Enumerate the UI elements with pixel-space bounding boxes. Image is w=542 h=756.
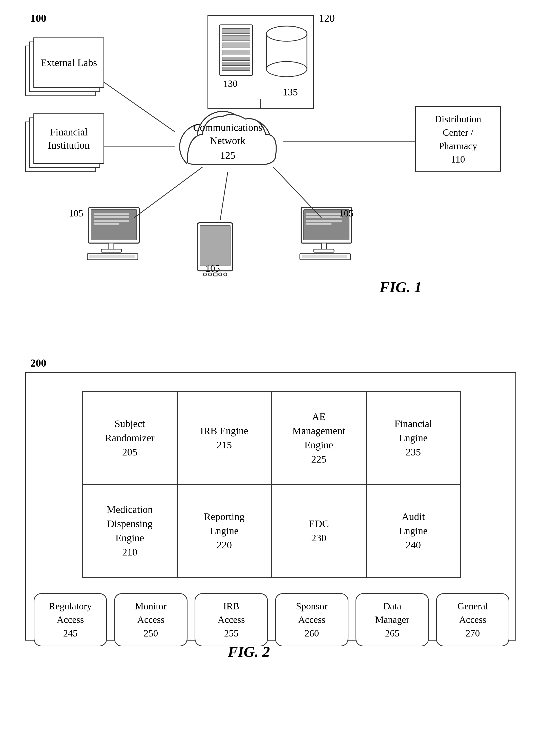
access-box-data-manager: DataManager265	[355, 593, 429, 646]
svg-rect-38	[306, 216, 341, 218]
fig1-number: 100	[30, 12, 46, 24]
fig2-caption: FIG. 2	[228, 643, 270, 661]
server-tower-icon	[219, 24, 256, 79]
svg-point-11	[267, 26, 307, 41]
svg-rect-7	[222, 67, 250, 71]
engine-cell-6: EDC230	[271, 484, 366, 577]
engine-cell-3: FinancialEngine235	[366, 391, 461, 484]
svg-rect-20	[94, 213, 129, 215]
comm-net-label: CommunicationsNetwork 125	[177, 121, 278, 162]
access-box-irb: IRBAccess255	[195, 593, 268, 646]
svg-rect-22	[94, 220, 129, 222]
svg-rect-37	[306, 213, 341, 215]
fig1-diagram: 100	[0, 0, 542, 349]
svg-rect-24	[109, 243, 114, 249]
svg-rect-3	[222, 43, 250, 48]
svg-rect-6	[222, 62, 250, 66]
svg-rect-39	[306, 220, 341, 222]
computer-icon-left	[84, 205, 149, 261]
svg-rect-25	[101, 249, 122, 252]
database-icon	[264, 24, 309, 79]
svg-rect-29	[200, 225, 230, 266]
svg-rect-2	[222, 36, 250, 41]
server-box: 135	[208, 15, 314, 109]
engine-cell-7: AuditEngine240	[366, 484, 461, 577]
svg-rect-23	[94, 223, 119, 225]
engine-grid: SubjectRandomizer205 IRB Engine215 AEMan…	[82, 391, 461, 578]
engine-cell-4: MedicationDispensingEngine210	[83, 484, 177, 577]
fig2-number: 200	[30, 357, 46, 369]
engine-cell-1: IRB Engine215	[177, 391, 272, 484]
svg-rect-5	[222, 57, 250, 61]
terminal-label-center: 105	[206, 263, 220, 274]
computer-terminal-left	[84, 205, 149, 262]
access-box-general: GeneralAccess270	[436, 593, 509, 646]
main-system-box: SubjectRandomizer205 IRB Engine215 AEMan…	[25, 372, 516, 641]
svg-rect-42	[314, 249, 334, 252]
access-modules-row: RegulatoryAccess245 MonitorAccess250 IRB…	[34, 593, 509, 646]
access-box-sponsor: SponsorAccess260	[275, 593, 348, 646]
db-label: 135	[282, 86, 298, 98]
svg-line-46	[99, 78, 175, 132]
access-box-monitor: MonitorAccess250	[114, 593, 188, 646]
svg-rect-41	[321, 243, 326, 249]
engine-cell-5: ReportingEngine220	[177, 484, 272, 577]
ext-labs-name: External Labs	[41, 56, 97, 69]
svg-point-10	[267, 62, 307, 77]
svg-rect-21	[94, 216, 129, 218]
engine-cell-0: SubjectRandomizer205	[83, 391, 177, 484]
fig1-caption: FIG. 1	[379, 278, 422, 296]
engine-grid-inner: SubjectRandomizer205 IRB Engine215 AEMan…	[83, 391, 460, 577]
terminal-label-right: 105	[339, 208, 353, 219]
svg-point-34	[224, 273, 227, 276]
terminal-label-left: 105	[69, 208, 83, 219]
svg-rect-44	[301, 255, 347, 258]
svg-rect-40	[306, 223, 331, 225]
svg-rect-1	[222, 29, 250, 34]
dist-center-label: DistributionCenter /Pharmacy 110	[435, 112, 481, 166]
fin-inst-name: FinancialInstitution	[48, 126, 90, 152]
svg-rect-4	[222, 50, 250, 55]
access-box-regulatory: RegulatoryAccess245	[34, 593, 107, 646]
server-tower-label: 130	[223, 78, 238, 89]
distribution-center-box: DistributionCenter /Pharmacy 110	[415, 106, 501, 172]
svg-rect-27	[89, 255, 135, 258]
server-box-label: 120	[319, 12, 335, 24]
fig2-diagram: 200 SubjectRandomizer205 IRB Engine215 A…	[0, 354, 542, 754]
engine-cell-2: AEManagementEngine225	[271, 391, 366, 484]
